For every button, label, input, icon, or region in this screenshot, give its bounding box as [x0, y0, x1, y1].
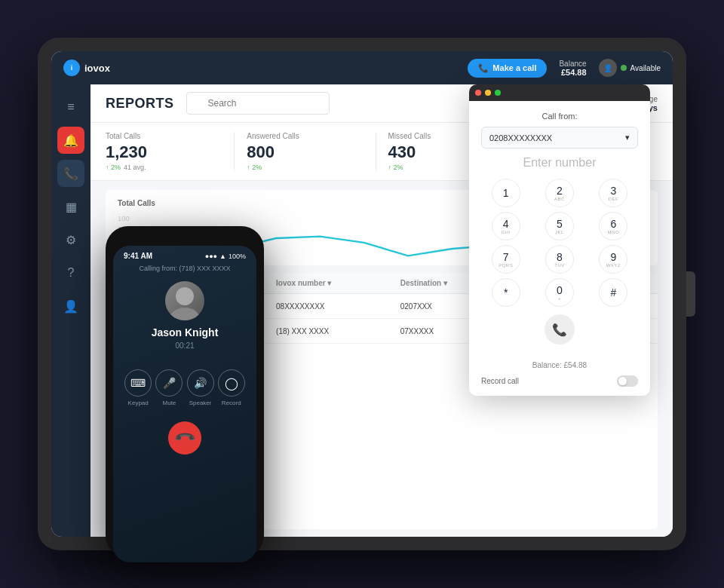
- dialer-titlebar: [469, 84, 650, 101]
- sidebar-item-grid[interactable]: ▦: [57, 193, 84, 220]
- dialer-balance: Balance: £54.88: [481, 361, 638, 369]
- end-call-button[interactable]: 📞: [161, 415, 208, 461]
- record-line: Record call: [481, 375, 638, 387]
- logo-text: iovox: [84, 63, 110, 74]
- avatar: 👤: [599, 59, 617, 77]
- dial-key-7[interactable]: 7PQRS: [492, 245, 520, 274]
- stat-sub-1: ↑ 2%: [247, 164, 363, 171]
- mute-button[interactable]: 🎤 Mute: [155, 369, 183, 406]
- sidebar-item-user[interactable]: 👤: [57, 292, 84, 320]
- page-title: REPORTS: [106, 96, 174, 112]
- stat-label-0: Total Calls: [106, 132, 222, 140]
- stat-trend-0: ↑ 2%: [106, 164, 121, 171]
- number-display[interactable]: Enter number: [481, 156, 638, 170]
- search-input[interactable]: [186, 92, 330, 115]
- phone-controls: ⌨ Keypad 🎤 Mute 🔊 Speaker ◯ Record: [113, 369, 256, 406]
- stat-value-0: 1,230: [106, 142, 222, 162]
- speaker-button[interactable]: 🔊 Speaker: [187, 369, 214, 406]
- dial-key-4[interactable]: 4GHI: [492, 212, 520, 240]
- sidebar-item-phone[interactable]: 📞: [57, 160, 84, 187]
- balance-label: Balance: [559, 60, 586, 68]
- chevron-down-icon: ▾: [625, 133, 630, 142]
- stat-label-1: Answered Calls: [247, 132, 363, 140]
- sidebar: ≡ 🔔 📞 ▦ ⚙ ? 👤: [51, 84, 90, 537]
- phone-icon: 📞: [478, 63, 489, 73]
- col-header-iovox[interactable]: Iovox number ▾: [276, 279, 400, 287]
- stat-answered-calls: Answered Calls 800 ↑ 2%: [235, 132, 376, 171]
- keypad-button[interactable]: ⌨ Keypad: [124, 369, 152, 406]
- signal-icon: ●●●: [205, 253, 217, 260]
- top-bar-right: 📞 Make a call Balance £54.88 👤 Available: [468, 59, 661, 78]
- call-duration: 00:21: [113, 341, 256, 350]
- phone-status-bar: 9:41 AM ●●● ▲ 100%: [113, 246, 256, 262]
- keypad-icon: ⌨: [124, 369, 152, 397]
- dial-key-2[interactable]: 2ABC: [545, 179, 574, 207]
- balance-area: Balance £54.88: [559, 60, 586, 77]
- mute-icon: 🎤: [155, 369, 183, 397]
- stat-sub-0: ↑ 2% 41 avg.: [106, 164, 222, 171]
- avatar: [165, 281, 204, 320]
- phone-notch: [162, 234, 207, 243]
- status-value: Available: [630, 64, 661, 72]
- record-label-phone: Record: [222, 400, 241, 406]
- balance-value: £54.88: [559, 68, 586, 77]
- close-icon[interactable]: [475, 90, 481, 96]
- battery-icon: 100%: [229, 253, 246, 260]
- dialer-footer: Balance: £54.88 Record call: [469, 361, 650, 396]
- dial-key-8[interactable]: 8TUV: [545, 245, 574, 274]
- call-button-dialer[interactable]: 📞: [545, 314, 575, 345]
- svg-point-6: [170, 308, 200, 320]
- dial-key-1[interactable]: 1: [492, 179, 520, 207]
- make-call-button[interactable]: 📞 Make a call: [468, 59, 547, 78]
- cell-iovox-1: (18) XXX XXXX: [276, 327, 400, 335]
- dial-key-6[interactable]: 6MNO: [599, 212, 627, 240]
- dialer-body: Call from: 0208XXXXXXXX ▾ Enter number 1…: [469, 101, 650, 361]
- search-wrapper: 🔍: [186, 92, 397, 115]
- caller-name: Jason Knight: [113, 326, 256, 338]
- dialpad: 1 2ABC 3DEF 4GHI 5JKL 6MNO: [481, 179, 638, 307]
- status-dot: [621, 65, 627, 71]
- dialer-popup: Call from: 0208XXXXXXXX ▾ Enter number 1…: [469, 84, 650, 396]
- phone-icons: ●●● ▲ 100%: [205, 253, 246, 260]
- phone-screen: 9:41 AM ●●● ▲ 100% Calling from: (718) X…: [113, 246, 256, 562]
- call-from-label: Call from:: [481, 112, 638, 121]
- record-label: Record call: [481, 377, 519, 385]
- record-icon: ◯: [218, 369, 245, 397]
- top-bar: i iovox 📞 Make a call Balance £54.88 👤 A…: [51, 51, 673, 84]
- svg-text:100: 100: [118, 215, 130, 222]
- record-toggle[interactable]: [617, 375, 638, 387]
- dial-key-0[interactable]: 0+: [545, 278, 574, 307]
- sidebar-item-hamburger[interactable]: ≡: [57, 93, 84, 121]
- stat-total-calls: Total Calls 1,230 ↑ 2% 41 avg.: [106, 132, 235, 171]
- cell-iovox-0: 08XXXXXXXX: [276, 302, 400, 311]
- tablet-frame: i iovox 📞 Make a call Balance £54.88 👤 A…: [38, 38, 686, 550]
- dial-key-9[interactable]: 9WXYZ: [599, 245, 627, 274]
- wifi-icon: ▲: [219, 253, 226, 260]
- sidebar-item-bell[interactable]: 🔔: [57, 127, 84, 154]
- end-call-icon: 📞: [173, 426, 196, 449]
- phone-time: 9:41 AM: [124, 252, 152, 260]
- calling-from: Calling from: (718) XXX XXXX: [113, 262, 256, 275]
- svg-point-5: [176, 287, 194, 305]
- stat-value-1: 800: [247, 142, 363, 162]
- keypad-label: Keypad: [128, 400, 149, 406]
- sidebar-item-help[interactable]: ?: [57, 259, 84, 286]
- sidebar-item-settings[interactable]: ⚙: [57, 226, 84, 253]
- dial-key-hash[interactable]: #: [599, 278, 627, 307]
- call-from-number: 0208XXXXXXXX: [489, 133, 552, 142]
- call-from-select[interactable]: 0208XXXXXXXX ▾: [481, 127, 638, 149]
- speaker-icon: 🔊: [187, 369, 214, 397]
- speaker-label: Speaker: [189, 400, 212, 406]
- status-area: 👤 Available: [599, 59, 661, 77]
- minimize-icon[interactable]: [485, 90, 491, 96]
- phone-frame: 9:41 AM ●●● ▲ 100% Calling from: (718) X…: [106, 226, 264, 558]
- logo-area: i iovox: [63, 60, 110, 76]
- stat-trend-2: ↑ 2%: [388, 164, 403, 171]
- dial-key-star[interactable]: *: [492, 278, 520, 307]
- maximize-icon[interactable]: [495, 90, 501, 96]
- dial-key-3[interactable]: 3DEF: [599, 179, 627, 207]
- mute-label: Mute: [162, 400, 176, 406]
- record-button[interactable]: ◯ Record: [218, 369, 245, 406]
- stat-trend-1: ↑ 2%: [247, 164, 262, 171]
- dial-key-5[interactable]: 5JKL: [545, 212, 574, 240]
